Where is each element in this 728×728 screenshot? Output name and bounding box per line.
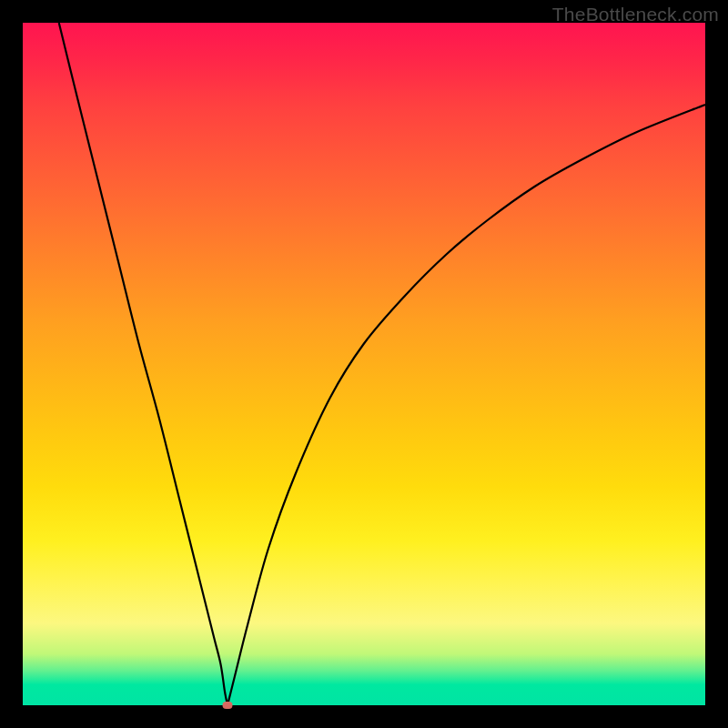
plot-area [23,23,705,705]
curve-left-branch [59,23,228,705]
bottleneck-curve [23,23,705,705]
curve-right-branch [228,105,705,705]
optimal-marker [223,702,233,709]
branding-watermark: TheBottleneck.com [552,4,719,25]
branding-text: TheBottleneck.com [552,4,719,25]
